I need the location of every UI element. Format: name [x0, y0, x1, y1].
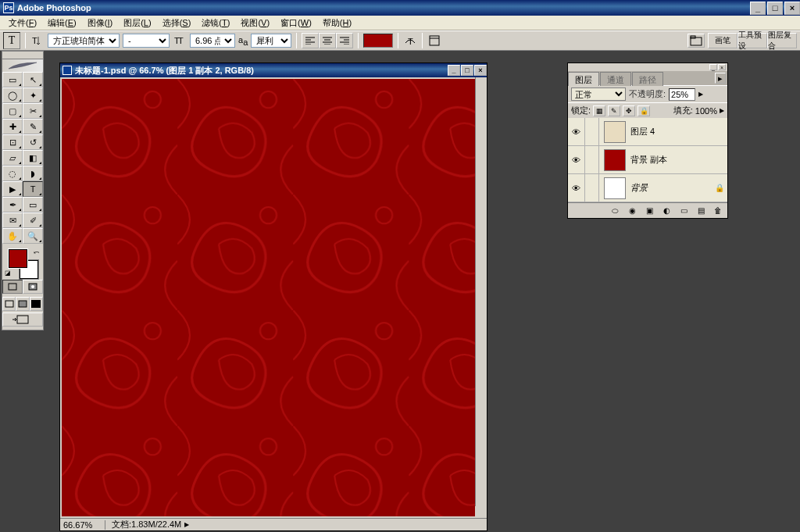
- doc-minimize-button[interactable]: _: [448, 65, 460, 76]
- visibility-toggle-icon[interactable]: 👁: [568, 174, 585, 202]
- default-colors-icon[interactable]: ◪: [5, 270, 11, 277]
- marquee-tool[interactable]: ▭: [2, 72, 23, 87]
- layer-thumbnail[interactable]: [604, 149, 626, 171]
- lock-transparency-button[interactable]: ▦: [593, 105, 605, 116]
- eraser-tool[interactable]: ▱: [2, 150, 23, 166]
- wand-tool[interactable]: ✦: [23, 87, 43, 103]
- screen-standard-button[interactable]: [2, 297, 16, 311]
- text-orientation-toggle[interactable]: T: [30, 34, 45, 48]
- history-brush-tool[interactable]: ↺: [23, 134, 43, 150]
- close-button[interactable]: ×: [784, 2, 800, 15]
- new-group-icon[interactable]: ▭: [677, 205, 690, 216]
- layer-row[interactable]: 👁图层 4: [568, 118, 727, 146]
- menu-s[interactable]: 选择(S): [157, 16, 197, 30]
- standard-mode-button[interactable]: [2, 280, 23, 294]
- tab-channels[interactable]: 通道: [600, 72, 631, 86]
- lasso-tool[interactable]: ◯: [2, 87, 23, 103]
- tool-preset-picker[interactable]: T: [3, 32, 20, 49]
- zoom-level[interactable]: 66.67%: [60, 520, 105, 530]
- zoom-tool[interactable]: 🔍: [23, 228, 43, 244]
- text-color-swatch[interactable]: [363, 34, 393, 48]
- slice-tool[interactable]: ✂: [23, 103, 43, 119]
- gradient-tool[interactable]: ◧: [23, 150, 43, 166]
- palette-tab[interactable]: 图层复合: [767, 33, 797, 48]
- link-cell[interactable]: [585, 118, 599, 145]
- antialias-select[interactable]: 犀利: [251, 34, 291, 48]
- doc-close-button[interactable]: ×: [474, 65, 487, 76]
- lock-position-button[interactable]: ✥: [623, 105, 635, 116]
- brush-tool[interactable]: ✎: [23, 119, 43, 134]
- filebrowser-button[interactable]: [688, 34, 705, 48]
- stamp-tool[interactable]: ⊡: [2, 134, 23, 150]
- layer-style-icon[interactable]: ◉: [626, 205, 638, 216]
- font-family-select[interactable]: 方正琥珀简体: [48, 34, 120, 48]
- hand-tool[interactable]: ✋: [2, 228, 23, 244]
- minimize-button[interactable]: _: [750, 2, 766, 15]
- palette-titlebar[interactable]: _ ×: [568, 63, 727, 71]
- document-info[interactable]: 文档:1.83M/22.4M: [105, 519, 181, 530]
- crop-tool[interactable]: ▢: [2, 103, 23, 119]
- canvas-area[interactable]: [62, 79, 475, 516]
- align-left-button[interactable]: [302, 33, 319, 48]
- font-style-select[interactable]: -: [123, 34, 170, 48]
- quickmask-mode-button[interactable]: [23, 280, 43, 294]
- move-tool[interactable]: ↖: [23, 72, 43, 87]
- character-panel-button[interactable]: [427, 34, 441, 48]
- layer-mask-icon[interactable]: ▣: [643, 205, 655, 216]
- jump-to-imageready-button[interactable]: [2, 312, 43, 327]
- tab-paths[interactable]: 路径: [632, 72, 663, 86]
- menu-v[interactable]: 视图(V): [235, 16, 275, 30]
- menu-e[interactable]: 编辑(E): [42, 16, 82, 30]
- menu-w[interactable]: 窗口(W): [275, 16, 317, 30]
- toolbox-grip[interactable]: [2, 52, 43, 59]
- font-size-select[interactable]: 6.96 点: [190, 34, 235, 48]
- screen-fullmenu-button[interactable]: [16, 297, 29, 311]
- healing-tool[interactable]: ✚: [2, 119, 23, 134]
- dodge-tool[interactable]: ◗: [23, 166, 43, 181]
- maximize-button[interactable]: □: [767, 2, 783, 15]
- align-right-button[interactable]: [336, 33, 353, 48]
- lock-all-button[interactable]: 🔒: [638, 105, 650, 116]
- palette-tab[interactable]: 画笔: [708, 33, 738, 48]
- layer-row[interactable]: 👁背景 副本: [568, 146, 727, 174]
- screen-full-button[interactable]: [30, 297, 43, 311]
- foreground-color-swatch[interactable]: [9, 249, 27, 268]
- path-select-tool[interactable]: ▶: [2, 181, 23, 197]
- swap-colors-icon[interactable]: ⤺: [34, 248, 40, 256]
- palette-minimize-button[interactable]: _: [709, 64, 717, 70]
- pen-tool[interactable]: ✒: [2, 197, 23, 212]
- document-titlebar[interactable]: 未标题-1.psd @ 66.7% (图层 1 副本 2, RGB/8) _ □…: [60, 63, 487, 77]
- notes-tool[interactable]: ✉: [2, 212, 23, 228]
- visibility-toggle-icon[interactable]: 👁: [568, 146, 585, 173]
- vertical-scrollbar[interactable]: [475, 77, 487, 506]
- info-menu-icon[interactable]: ▶: [184, 521, 189, 528]
- adjustment-layer-icon[interactable]: ◐: [660, 205, 673, 216]
- link-layers-icon[interactable]: ⬭: [609, 205, 621, 216]
- layer-thumbnail[interactable]: [604, 177, 626, 199]
- menu-t[interactable]: 滤镜(T): [196, 16, 235, 30]
- opacity-slider-icon[interactable]: ▶: [698, 91, 703, 98]
- palette-menu-icon[interactable]: ▸: [715, 73, 726, 84]
- tab-layers[interactable]: 图层: [568, 72, 599, 86]
- link-cell[interactable]: [585, 146, 599, 173]
- eyedropper-tool[interactable]: ✐: [23, 212, 43, 228]
- lock-pixels-button[interactable]: ✎: [608, 105, 620, 116]
- blur-tool[interactable]: ◌: [2, 166, 23, 181]
- layer-thumbnail[interactable]: [604, 121, 626, 143]
- menu-h[interactable]: 帮助(H): [317, 16, 357, 30]
- menu-i[interactable]: 图像(I): [82, 16, 118, 30]
- fill-value[interactable]: 100%: [695, 106, 717, 116]
- type-tool[interactable]: T: [23, 181, 43, 197]
- shape-tool[interactable]: ▭: [23, 197, 43, 212]
- doc-maximize-button[interactable]: □: [461, 65, 473, 76]
- link-cell[interactable]: [585, 174, 599, 202]
- delete-layer-icon[interactable]: 🗑: [712, 205, 724, 216]
- menu-f[interactable]: 文件(F): [3, 16, 42, 30]
- layer-name[interactable]: 背景 副本: [630, 154, 715, 166]
- visibility-toggle-icon[interactable]: 👁: [568, 118, 585, 145]
- layer-row[interactable]: 👁背景🔒: [568, 174, 727, 202]
- palette-tab[interactable]: 工具预设: [738, 33, 767, 48]
- blend-mode-select[interactable]: 正常: [571, 87, 626, 101]
- layer-name[interactable]: 背景: [630, 182, 715, 194]
- align-center-button[interactable]: [319, 33, 336, 48]
